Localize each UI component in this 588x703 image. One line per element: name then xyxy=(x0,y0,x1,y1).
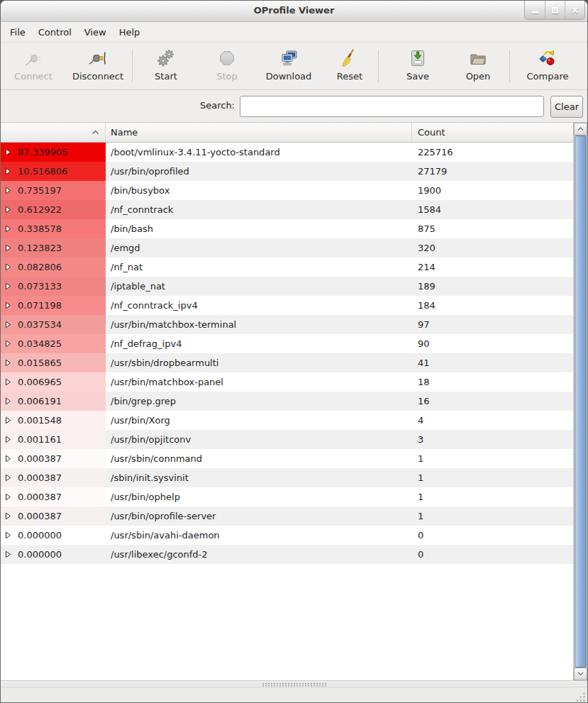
expander-triangle-icon[interactable] xyxy=(5,206,11,214)
expander-triangle-icon[interactable] xyxy=(5,455,11,463)
menu-control[interactable]: Control xyxy=(32,24,78,40)
toolbar-button-save[interactable]: Save xyxy=(388,45,448,87)
row-percent: 0.006965 xyxy=(18,377,62,387)
row-percent-cell: 0.123823 xyxy=(1,238,106,258)
table-row[interactable]: 0.338578 /bin/bash 875 xyxy=(1,219,573,238)
expander-triangle-icon[interactable] xyxy=(5,416,11,424)
row-percent: 0.034825 xyxy=(18,338,62,349)
table-row[interactable]: 0.006965 /usr/bin/matchbox-panel 18 xyxy=(1,372,573,392)
table-row[interactable]: 10.516806 /usr/bin/oprofiled 27179 xyxy=(1,162,573,181)
expander-triangle-icon[interactable] xyxy=(5,225,11,233)
menu-help[interactable]: Help xyxy=(113,24,147,40)
search-input[interactable] xyxy=(240,96,544,117)
column-header-percent[interactable] xyxy=(1,123,106,142)
row-count: 90 xyxy=(412,334,573,353)
row-percent: 10.516806 xyxy=(18,166,67,177)
toolbar-button-download[interactable]: Download xyxy=(255,45,322,87)
row-percent-cell: 0.000387 xyxy=(1,487,106,507)
column-header-name[interactable]: Name xyxy=(106,123,412,142)
expander-triangle-icon[interactable] xyxy=(5,340,11,348)
toolbar-button-compare[interactable]: Compare xyxy=(514,45,582,87)
expander-triangle-icon[interactable] xyxy=(5,436,11,443)
table-row[interactable]: 0.015865 /usr/sbin/dropbearmulti 41 xyxy=(1,353,573,372)
table-row[interactable]: 0.123823 /emgd 320 xyxy=(1,238,573,258)
expander-triangle-icon[interactable] xyxy=(5,301,11,309)
expander-triangle-icon[interactable] xyxy=(5,359,11,367)
menu-file[interactable]: File xyxy=(4,24,32,40)
row-percent: 0.071198 xyxy=(18,300,62,311)
column-header-count[interactable]: Count xyxy=(412,123,573,142)
row-percent-cell: 0.000387 xyxy=(1,507,106,526)
chevron-down-icon xyxy=(577,672,584,676)
expander-triangle-icon[interactable] xyxy=(5,512,11,520)
clear-button[interactable]: Clear xyxy=(550,96,583,118)
menu-view[interactable]: View xyxy=(78,24,113,40)
row-count: 16 xyxy=(412,392,573,411)
table-row[interactable]: 0.001548 /usr/bin/Xorg 4 xyxy=(1,411,573,430)
row-count: 875 xyxy=(412,219,573,238)
minimize-button[interactable] xyxy=(525,1,545,19)
row-name: /usr/libexec/gconfd-2 xyxy=(106,545,412,564)
table-row[interactable]: 0.006191 /bin/grep.grep 16 xyxy=(1,392,573,411)
row-percent: 0.612922 xyxy=(18,204,62,215)
resize-grip-icon[interactable] xyxy=(575,692,585,702)
table-row[interactable]: 87.339905 /boot/vmlinux-3.4.11-yocto-sta… xyxy=(1,143,573,162)
expander-triangle-icon[interactable] xyxy=(5,397,11,405)
expander-triangle-icon[interactable] xyxy=(5,244,11,252)
toolbar-label: Download xyxy=(266,71,312,82)
expander-triangle-icon[interactable] xyxy=(5,531,11,539)
row-percent: 0.000000 xyxy=(18,530,62,541)
expander-triangle-icon[interactable] xyxy=(5,148,11,156)
row-percent: 0.001161 xyxy=(18,434,62,445)
window-title: OProfile Viewer xyxy=(1,5,587,16)
toolbar-button-start[interactable]: Start xyxy=(133,45,199,87)
row-count: 189 xyxy=(412,277,573,296)
table-row[interactable]: 0.612922 /nf_conntrack 1584 xyxy=(1,200,573,219)
expander-triangle-icon[interactable] xyxy=(5,378,11,386)
row-count: 4 xyxy=(412,411,573,430)
table-row[interactable]: 0.000000 /usr/sbin/avahi-daemon 0 xyxy=(1,526,573,545)
searchbar: Search: Clear xyxy=(1,90,587,123)
table-row[interactable]: 0.000387 /sbin/init.sysvinit 1 xyxy=(1,468,573,487)
table-row[interactable]: 0.000387 /usr/bin/ophelp 1 xyxy=(1,487,573,507)
expander-triangle-icon[interactable] xyxy=(5,282,11,290)
row-count: 214 xyxy=(412,258,573,277)
row-percent-cell: 0.001548 xyxy=(1,411,106,430)
stop-octagon-icon xyxy=(218,49,236,67)
expander-triangle-icon[interactable] xyxy=(5,187,11,194)
statusbar xyxy=(1,687,587,703)
scroll-down-button[interactable] xyxy=(574,668,587,680)
table-row[interactable]: 0.001161 /usr/bin/opjitconv 3 xyxy=(1,430,573,449)
expander-triangle-icon[interactable] xyxy=(5,493,11,501)
table-row[interactable]: 0.735197 /bin/busybox 1900 xyxy=(1,181,573,200)
window-controls: × xyxy=(524,1,585,20)
table-row[interactable]: 0.000387 /usr/sbin/connmand 1 xyxy=(1,449,573,468)
expander-triangle-icon[interactable] xyxy=(5,321,11,328)
expander-triangle-icon[interactable] xyxy=(5,550,11,558)
expander-triangle-icon[interactable] xyxy=(5,167,11,175)
table-row[interactable]: 0.000000 /usr/libexec/gconfd-2 0 xyxy=(1,545,573,564)
row-percent: 0.001548 xyxy=(18,415,62,426)
scrollbar-thumb[interactable] xyxy=(575,135,587,668)
close-button[interactable]: × xyxy=(565,1,584,19)
toolbar-button-reset[interactable]: Reset xyxy=(322,45,377,87)
table-row[interactable]: 0.073133 /iptable_nat 189 xyxy=(1,277,573,296)
maximize-button[interactable] xyxy=(545,1,565,19)
row-count: 97 xyxy=(412,315,573,334)
scroll-up-button[interactable] xyxy=(574,123,587,135)
table-row[interactable]: 0.037534 /usr/bin/matchbox-terminal 97 xyxy=(1,315,573,334)
toolbar-button-disconnect[interactable]: Disconnect xyxy=(65,45,131,87)
table-row[interactable]: 0.082806 /nf_nat 214 xyxy=(1,258,573,277)
row-name: /usr/sbin/connmand xyxy=(106,449,412,468)
table-row[interactable]: 0.071198 /nf_conntrack_ipv4 184 xyxy=(1,296,573,315)
expander-triangle-icon[interactable] xyxy=(5,263,11,271)
row-percent: 0.000387 xyxy=(18,472,62,483)
table-row[interactable]: 0.000387 /usr/bin/oprofile-server 1 xyxy=(1,507,573,526)
row-count: 1900 xyxy=(412,181,573,200)
expander-triangle-icon[interactable] xyxy=(5,474,11,482)
table-row[interactable]: 0.034825 /nf_defrag_ipv4 90 xyxy=(1,334,573,353)
broom-icon xyxy=(340,49,359,67)
toolbar-button-open[interactable]: Open xyxy=(448,45,509,87)
row-count: 1 xyxy=(412,468,573,487)
row-count: 1 xyxy=(412,487,573,507)
